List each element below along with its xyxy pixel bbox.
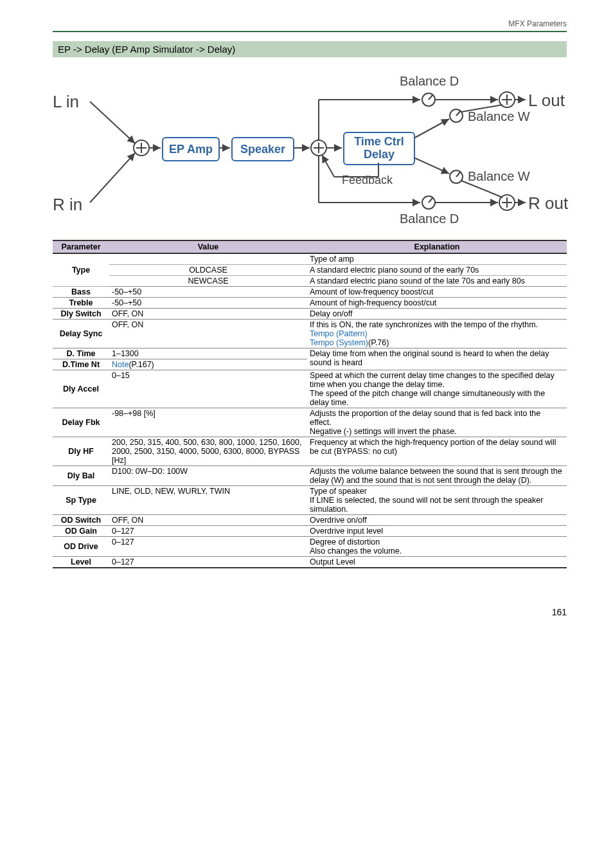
table-row: NEWCASE A standard electric piano sound …: [53, 276, 567, 287]
cell-param: Bass: [53, 287, 109, 298]
cell-value: D100: 0W–D0: 100W: [109, 466, 307, 486]
cell-value: 0–15: [109, 370, 307, 408]
table-row: Sp Type LINE, OLD, NEW, WURLY, TWIN Type…: [53, 486, 567, 515]
col-expl: Explanation: [307, 240, 567, 253]
col-param: Parameter: [53, 240, 109, 253]
table-row: OD Switch OFF, ON Overdrive on/off: [53, 515, 567, 526]
cell-expl: Speed at which the current delay time ch…: [307, 370, 567, 408]
cell-expl: A standard electric piano sound of the e…: [307, 265, 567, 276]
link-note-page: (P.167): [129, 360, 154, 369]
cell-expl: Frequency at which the high-frequency po…: [307, 437, 567, 466]
link-tempo-system[interactable]: Tempo (System): [310, 338, 368, 347]
l-out-label: L out: [528, 91, 565, 111]
table-row: Level 0–127 Output Level: [53, 557, 567, 568]
page-number: 161: [53, 607, 567, 617]
delay-box-l2: Delay: [364, 149, 395, 161]
cell-param: Level: [53, 557, 109, 568]
table-header-row: Parameter Value Explanation: [53, 240, 567, 253]
signal-flow-diagram: EP Amp Speaker Time Ctrl Delay L in R in…: [53, 74, 560, 228]
cell-expl: A standard electric piano sound of the l…: [307, 276, 567, 287]
svg-line-34: [414, 158, 449, 174]
cell-expl: Overdrive input level: [307, 526, 567, 537]
balance-d-bot: Balance D: [400, 212, 459, 226]
cell-param: Dly Bal: [53, 466, 109, 486]
table-row: Dly Accel 0–15 Speed at which the curren…: [53, 370, 567, 408]
balance-w-top: Balance W: [468, 109, 530, 124]
cell-param: Delay Fbk: [53, 408, 109, 437]
cell-value: OFF, ON: [109, 309, 307, 320]
cell-expl: If this is ON, the rate synchronizes wit…: [307, 320, 567, 348]
speaker-box: Speaker: [231, 137, 294, 161]
cell-value: Note(P.167): [109, 359, 307, 370]
cell-value: [109, 253, 307, 265]
section-title: EP -> Delay (EP Amp Simulator -> Delay): [53, 41, 567, 57]
link-note[interactable]: Note: [112, 360, 129, 369]
header-rule: [53, 31, 567, 32]
cell-param: Type: [53, 253, 109, 287]
cell-value: 200, 250, 315, 400, 500, 630, 800, 1000,…: [109, 437, 307, 466]
feedback-label: Feedback: [342, 174, 393, 187]
cell-param: D.Time Nt: [53, 359, 109, 370]
svg-line-15: [429, 95, 433, 100]
cell-expl: Amount of high-frequency boost/cut: [307, 298, 567, 309]
table-row: OD Drive 0–127 Degree of distortion Also…: [53, 537, 567, 557]
cell-expl: Amount of low-frequency boost/cut: [307, 287, 567, 298]
svg-line-40: [322, 155, 334, 177]
cell-expl: Type of speaker If LINE is selected, the…: [307, 486, 567, 515]
parameter-table: Parameter Value Explanation Type Type of…: [53, 240, 567, 568]
cell-param: Dly Accel: [53, 370, 109, 408]
table-row: OLDCASE A standard electric piano sound …: [53, 265, 567, 276]
svg-line-32: [456, 111, 461, 116]
diagram-svg: [53, 74, 560, 228]
cell-value: LINE, OLD, NEW, WURLY, TWIN: [109, 486, 307, 515]
cell-param: Treble: [53, 298, 109, 309]
link-tempo-pattern[interactable]: Tempo (Pattern): [310, 329, 368, 338]
cell-expl: Type of amp: [307, 253, 567, 265]
cell-value: OLDCASE: [109, 265, 307, 276]
cell-value: 0–127: [109, 537, 307, 557]
table-row: Bass -50–+50 Amount of low-frequency boo…: [53, 287, 567, 298]
ep-amp-box: EP Amp: [162, 137, 220, 161]
header-section: MFX Parameters: [53, 19, 567, 31]
table-row: OD Gain 0–127 Overdrive input level: [53, 526, 567, 537]
table-row: Treble -50–+50 Amount of high-frequency …: [53, 298, 567, 309]
cell-expl: Adjusts the volume balance between the s…: [307, 466, 567, 486]
cell-param: D. Time: [53, 348, 109, 359]
expl-text: If this is ON, the rate synchronizes wit…: [310, 320, 538, 329]
cell-param: Delay Sync: [53, 320, 109, 348]
svg-line-24: [429, 197, 433, 203]
table-row: Dly Switch OFF, ON Delay on/off: [53, 309, 567, 320]
col-value: Value: [109, 240, 307, 253]
cell-param: Sp Type: [53, 486, 109, 515]
cell-value: 0–127: [109, 526, 307, 537]
cell-expl: Adjusts the proportion of the delay soun…: [307, 408, 567, 437]
link-tempo-system-page: (P.76): [368, 338, 389, 347]
delay-box: Time Ctrl Delay: [343, 132, 415, 165]
table-row: Type Type of amp: [53, 253, 567, 265]
r-out-label: R out: [528, 194, 568, 213]
cell-value: 0–127: [109, 557, 307, 568]
svg-line-36: [456, 172, 461, 177]
cell-expl: Degree of distortion Also changes the vo…: [307, 537, 567, 557]
cell-value: -50–+50: [109, 287, 307, 298]
balance-w-bot: Balance W: [468, 169, 530, 184]
cell-expl: Delay time from when the original sound …: [307, 348, 567, 370]
balance-d-top: Balance D: [400, 74, 459, 89]
cell-value: OFF, ON: [109, 320, 307, 348]
table-row: Delay Sync OFF, ON If this is ON, the ra…: [53, 320, 567, 348]
cell-expl: Overdrive on/off: [307, 515, 567, 526]
svg-line-3: [90, 102, 135, 143]
delay-box-l1: Time Ctrl: [354, 136, 404, 149]
table-row: Delay Fbk -98–+98 [%] Adjusts the propor…: [53, 408, 567, 437]
cell-expl: Delay on/off: [307, 309, 567, 320]
svg-line-30: [414, 119, 449, 138]
r-in-label: R in: [53, 195, 82, 215]
cell-param: OD Gain: [53, 526, 109, 537]
cell-param: OD Switch: [53, 515, 109, 526]
svg-line-4: [90, 153, 135, 203]
cell-value: -98–+98 [%]: [109, 408, 307, 437]
l-in-label: L in: [53, 92, 79, 112]
table-row: D. Time 1–1300 Delay time from when the …: [53, 348, 567, 359]
cell-param: OD Drive: [53, 537, 109, 557]
table-row: Dly Bal D100: 0W–D0: 100W Adjusts the vo…: [53, 466, 567, 486]
